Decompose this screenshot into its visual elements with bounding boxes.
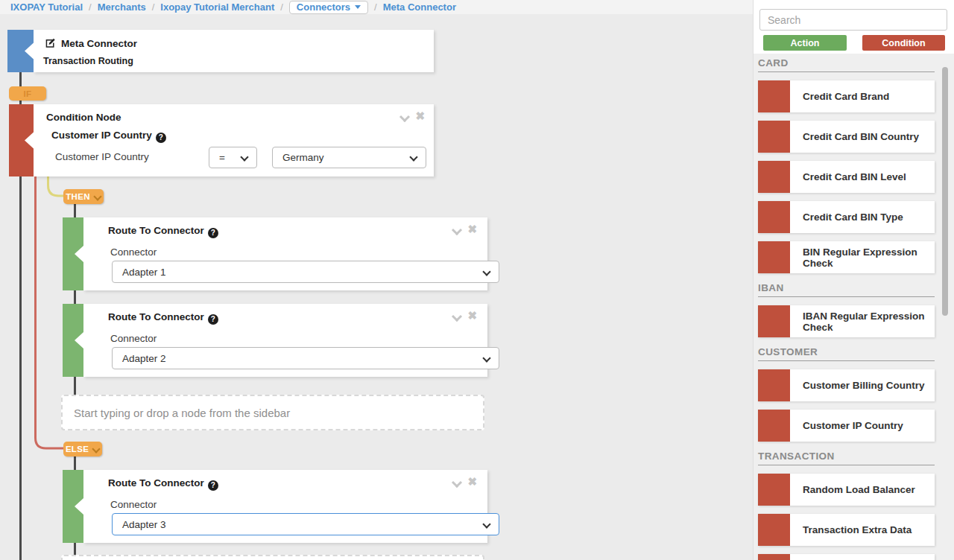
help-icon[interactable] xyxy=(156,133,166,143)
palette-item[interactable]: Credit Card Brand xyxy=(758,80,935,112)
palette-item[interactable]: Credit Card BIN Type xyxy=(758,201,935,233)
palette-item[interactable]: Transaction Extra Data xyxy=(758,514,935,546)
chevron-down-icon xyxy=(483,269,490,276)
sidebar-scrollbar-thumb[interactable] xyxy=(942,67,948,316)
node-drop-zone[interactable] xyxy=(61,555,484,560)
condition-color-block xyxy=(758,80,790,112)
condition-color-block xyxy=(758,369,790,401)
node-handle[interactable] xyxy=(63,217,83,290)
breadcrumb-separator: / xyxy=(89,1,92,13)
palette-item[interactable]: Customer IP Country xyxy=(758,410,935,442)
section-title-customer: CUSTOMER xyxy=(758,346,935,361)
delete-node-icon[interactable] xyxy=(467,225,477,234)
chevron-down-icon xyxy=(483,355,490,362)
connector-field-label: Connector xyxy=(110,333,157,344)
breadcrumb-separator: / xyxy=(374,1,377,13)
condition-node-title: Condition Node xyxy=(46,112,121,123)
node-palette-sidebar: Action Condition CARD Credit Card Brand … xyxy=(753,0,954,560)
meta-connector-node: Meta Connector Transaction Routing xyxy=(7,30,434,72)
condition-color-block xyxy=(758,121,790,153)
palette-item[interactable]: IBAN Regular Expression Check xyxy=(758,305,935,337)
condition-color-block xyxy=(758,554,790,560)
condition-value-select[interactable]: Germany xyxy=(272,147,426,168)
operator-select[interactable]: = xyxy=(209,147,257,168)
filter-condition-button[interactable]: Condition xyxy=(862,35,945,51)
palette-item[interactable]: Is Recurring xyxy=(758,554,935,560)
caret-down-icon xyxy=(355,5,361,9)
connectors-dropdown-button[interactable]: Connectors xyxy=(289,1,368,14)
palette-list: CARD Credit Card Brand Credit Card BIN C… xyxy=(754,54,954,560)
section-title-transaction: TRANSACTION xyxy=(758,451,935,465)
route-node-2: Route To Connector Connector Adapter 2 xyxy=(63,304,487,377)
route-node-title: Route To Connector xyxy=(108,225,218,238)
breadcrumb-link[interactable]: Merchants xyxy=(98,1,146,13)
filter-action-button[interactable]: Action xyxy=(763,35,847,51)
help-icon[interactable] xyxy=(208,480,218,491)
collapse-node-icon[interactable] xyxy=(453,478,461,486)
delete-node-icon[interactable] xyxy=(467,477,477,486)
delete-node-icon[interactable] xyxy=(415,112,425,121)
section-title-card: CARD xyxy=(758,57,935,72)
root-node-subtitle: Transaction Routing xyxy=(43,56,133,66)
breadcrumb-separator: / xyxy=(152,1,155,13)
condition-color-block xyxy=(758,474,790,506)
connector-select[interactable]: Adapter 1 xyxy=(112,261,499,283)
condition-node-subtitle: Customer IP Country xyxy=(51,130,166,143)
collapse-node-icon[interactable] xyxy=(453,312,461,319)
route-node-3: Route To Connector Connector Adapter 3 xyxy=(63,470,487,543)
flow-canvas: IXOPAY Tutorial / Merchants / Ixopay Tut… xyxy=(0,0,753,560)
connector-select[interactable]: Adapter 2 xyxy=(112,347,499,369)
condition-color-block xyxy=(758,241,790,273)
breadcrumb-link[interactable]: IXOPAY Tutorial xyxy=(10,1,83,13)
connector-select[interactable]: Adapter 3 xyxy=(112,513,499,535)
breadcrumb-separator: / xyxy=(280,1,283,13)
route-node-title: Route To Connector xyxy=(108,477,218,491)
palette-item[interactable]: Credit Card BIN Country xyxy=(758,121,935,153)
node-handle[interactable] xyxy=(9,104,34,176)
breadcrumb: IXOPAY Tutorial / Merchants / Ixopay Tut… xyxy=(0,0,753,14)
chevron-down-icon xyxy=(410,154,417,161)
route-node-1: Route To Connector Connector Adapter 1 xyxy=(63,217,487,290)
if-badge: IF xyxy=(9,86,46,101)
search-input[interactable] xyxy=(759,9,947,31)
collapse-node-icon[interactable] xyxy=(401,112,408,120)
node-handle[interactable] xyxy=(7,30,34,72)
edit-icon xyxy=(45,38,56,48)
collapse-node-icon[interactable] xyxy=(453,226,461,233)
condition-field-label: Customer IP Country xyxy=(55,151,149,162)
chevron-down-icon xyxy=(94,194,101,200)
condition-node: Condition Node Customer IP Country Custo… xyxy=(9,104,434,176)
connector-field-label: Connector xyxy=(110,246,157,258)
palette-item[interactable]: Customer Billing Country xyxy=(758,369,935,401)
condition-color-block xyxy=(758,201,790,233)
chevron-down-icon xyxy=(241,154,247,161)
condition-color-block xyxy=(758,514,790,546)
route-node-title: Route To Connector xyxy=(108,311,218,325)
section-title-iban: IBAN xyxy=(758,282,935,297)
help-icon[interactable] xyxy=(208,314,218,325)
chevron-down-icon xyxy=(92,446,100,452)
condition-color-block xyxy=(758,410,790,442)
else-badge[interactable]: ELSE xyxy=(63,442,102,456)
chevron-down-icon xyxy=(483,521,490,528)
node-handle[interactable] xyxy=(63,304,83,377)
condition-color-block xyxy=(758,305,790,337)
breadcrumb-current: Meta Connector xyxy=(383,1,456,13)
connectors-dropdown-label: Connectors xyxy=(297,1,350,13)
node-handle[interactable] xyxy=(63,470,83,543)
palette-item[interactable]: BIN Regular Expression Check xyxy=(758,241,935,273)
palette-item[interactable]: Credit Card BIN Level xyxy=(758,161,935,193)
connector-field-label: Connector xyxy=(110,499,157,510)
condition-color-block xyxy=(758,161,790,193)
help-icon[interactable] xyxy=(208,228,218,238)
then-badge[interactable]: THEN xyxy=(63,189,104,204)
delete-node-icon[interactable] xyxy=(467,311,477,320)
palette-item[interactable]: Random Load Balancer xyxy=(758,474,935,506)
node-drop-zone[interactable]: Start typing or drop a node from the sid… xyxy=(61,395,484,430)
breadcrumb-link[interactable]: Ixopay Tutorial Merchant xyxy=(160,1,274,13)
root-node-title[interactable]: Meta Connector xyxy=(45,38,137,49)
